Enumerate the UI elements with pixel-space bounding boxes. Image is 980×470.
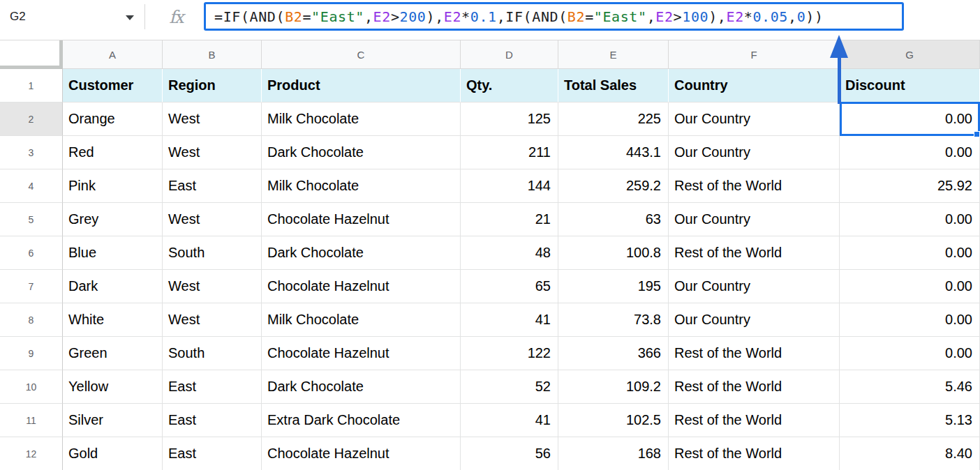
fill-handle[interactable] (974, 131, 980, 137)
column-header-F[interactable]: F (669, 40, 840, 69)
cell-B3[interactable]: West (163, 136, 262, 169)
formula-input[interactable]: =IF(AND(B2="East",E2>200),E2*0.1,IF(AND(… (204, 2, 904, 31)
cell-A4[interactable]: Pink (63, 169, 163, 203)
cell-C8[interactable]: Milk Chocolate (262, 303, 461, 337)
cell-A12[interactable]: Gold (63, 437, 163, 470)
cell-E2[interactable]: 225 (558, 103, 669, 136)
cell-D8[interactable]: 41 (461, 303, 558, 337)
cell-F4[interactable]: Rest of the World (669, 169, 840, 203)
cell-E4[interactable]: 259.2 (558, 169, 669, 203)
cell-A6[interactable]: Blue (63, 236, 163, 270)
cell-B4[interactable]: East (163, 169, 262, 203)
cell-A7[interactable]: Dark (63, 270, 163, 303)
cell-B12[interactable]: East (163, 437, 262, 470)
column-header-B[interactable]: B (163, 40, 262, 69)
cell-E5[interactable]: 63 (558, 203, 669, 236)
row-header-11[interactable]: 11 (0, 404, 63, 437)
cell-F10[interactable]: Rest of the World (669, 370, 840, 404)
cell-A5[interactable]: Grey (63, 203, 163, 236)
cell-A9[interactable]: Green (63, 337, 163, 370)
cell-G6[interactable]: 0.00 (840, 236, 980, 270)
cell-D4[interactable]: 144 (461, 169, 558, 203)
column-header-C[interactable]: C (262, 40, 461, 69)
cell-C10[interactable]: Dark Chocolate (262, 370, 461, 404)
row-header-6[interactable]: 6 (0, 236, 63, 270)
row-header-10[interactable]: 10 (0, 370, 63, 404)
cell-G11[interactable]: 5.13 (840, 404, 980, 437)
cell-D1[interactable]: Qty. (461, 69, 558, 103)
cell-G5[interactable]: 0.00 (840, 203, 980, 236)
row-header-2[interactable]: 2 (0, 103, 63, 136)
cell-E7[interactable]: 195 (558, 270, 669, 303)
cell-E8[interactable]: 73.8 (558, 303, 669, 337)
cell-D7[interactable]: 65 (461, 270, 558, 303)
row-header-5[interactable]: 5 (0, 203, 63, 236)
cell-B9[interactable]: South (163, 337, 262, 370)
cell-G1[interactable]: Discount (840, 69, 980, 103)
row-header-3[interactable]: 3 (0, 136, 63, 169)
row-header-4[interactable]: 4 (0, 169, 63, 203)
cell-F8[interactable]: Our Country (669, 303, 840, 337)
cell-F2[interactable]: Our Country (669, 103, 840, 136)
cell-B1[interactable]: Region (163, 69, 262, 103)
cell-A2[interactable]: Orange (63, 103, 163, 136)
cell-C2[interactable]: Milk Chocolate (262, 103, 461, 136)
select-all-corner[interactable] (0, 40, 63, 69)
cell-F7[interactable]: Our Country (669, 270, 840, 303)
cell-C9[interactable]: Chocolate Hazelnut (262, 337, 461, 370)
row-header-9[interactable]: 9 (0, 337, 63, 370)
cell-B11[interactable]: East (163, 404, 262, 437)
name-box-dropdown-icon[interactable] (126, 15, 134, 20)
cell-A11[interactable]: Silver (63, 404, 163, 437)
cell-C12[interactable]: Chocolate Hazelnut (262, 437, 461, 470)
cell-D5[interactable]: 21 (461, 203, 558, 236)
cell-G9[interactable]: 0.00 (840, 337, 980, 370)
cell-A10[interactable]: Yellow (63, 370, 163, 404)
row-header-12[interactable]: 12 (0, 437, 63, 470)
cell-A1[interactable]: Customer (63, 69, 163, 103)
row-header-1[interactable]: 1 (0, 69, 63, 103)
cell-G8[interactable]: 0.00 (840, 303, 980, 337)
cell-E3[interactable]: 443.1 (558, 136, 669, 169)
cell-B2[interactable]: West (163, 103, 262, 136)
cell-C7[interactable]: Chocolate Hazelnut (262, 270, 461, 303)
name-box[interactable]: G2 (0, 0, 144, 33)
cell-F12[interactable]: Rest of the World (669, 437, 840, 470)
cell-D6[interactable]: 48 (461, 236, 558, 270)
cell-D9[interactable]: 122 (461, 337, 558, 370)
cell-G3[interactable]: 0.00 (840, 136, 980, 169)
cell-E12[interactable]: 168 (558, 437, 669, 470)
cell-C4[interactable]: Milk Chocolate (262, 169, 461, 203)
cell-G2[interactable]: 0.00 (840, 103, 980, 136)
cell-E1[interactable]: Total Sales (558, 69, 669, 103)
cell-B8[interactable]: West (163, 303, 262, 337)
cell-F3[interactable]: Our Country (669, 136, 840, 169)
row-header-8[interactable]: 8 (0, 303, 63, 337)
cell-D12[interactable]: 56 (461, 437, 558, 470)
cell-F11[interactable]: Rest of the World (669, 404, 840, 437)
cell-G7[interactable]: 0.00 (840, 270, 980, 303)
cell-C1[interactable]: Product (262, 69, 461, 103)
cell-C6[interactable]: Dark Chocolate (262, 236, 461, 270)
cell-E9[interactable]: 366 (558, 337, 669, 370)
cell-D2[interactable]: 125 (461, 103, 558, 136)
cell-D3[interactable]: 211 (461, 136, 558, 169)
cell-F9[interactable]: Rest of the World (669, 337, 840, 370)
cell-G12[interactable]: 8.40 (840, 437, 980, 470)
cell-B6[interactable]: South (163, 236, 262, 270)
cell-C11[interactable]: Extra Dark Chocolate (262, 404, 461, 437)
cell-G10[interactable]: 5.46 (840, 370, 980, 404)
row-header-7[interactable]: 7 (0, 270, 63, 303)
column-header-G[interactable]: G (840, 40, 980, 69)
cell-E6[interactable]: 100.8 (558, 236, 669, 270)
cell-G4[interactable]: 25.92 (840, 169, 980, 203)
cell-F6[interactable]: Rest of the World (669, 236, 840, 270)
column-header-E[interactable]: E (558, 40, 669, 69)
cell-B10[interactable]: East (163, 370, 262, 404)
cell-D10[interactable]: 52 (461, 370, 558, 404)
cell-C5[interactable]: Chocolate Hazelnut (262, 203, 461, 236)
cell-B5[interactable]: West (163, 203, 262, 236)
cell-E11[interactable]: 102.5 (558, 404, 669, 437)
cell-A3[interactable]: Red (63, 136, 163, 169)
cell-E10[interactable]: 109.2 (558, 370, 669, 404)
